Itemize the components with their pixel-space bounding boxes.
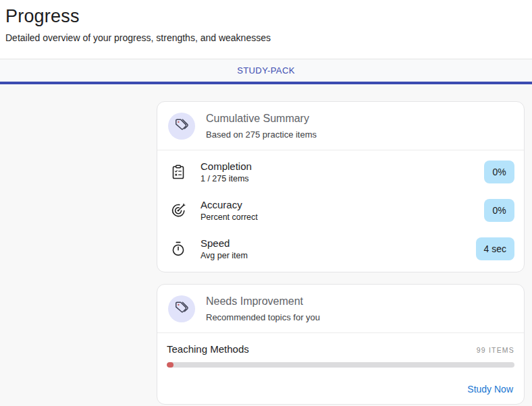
summary-card-subtitle: Based on 275 practice items xyxy=(206,129,317,140)
row-text: Accuracy Percent correct xyxy=(201,199,484,222)
avatar xyxy=(168,113,195,140)
summary-card-title: Cumulative Summary xyxy=(206,113,317,125)
tags-icon xyxy=(174,300,189,318)
topic-progress-bar xyxy=(167,362,514,368)
row-text: Completion 1 / 275 items xyxy=(201,161,484,183)
summary-card-header: Cumulative Summary Based on 275 practice… xyxy=(157,102,524,150)
tags-icon xyxy=(174,117,189,135)
stopwatch-icon xyxy=(169,240,187,258)
summary-row-speed: Speed Avg per item 4 sec xyxy=(157,229,524,268)
page-subtitle: Detailed overview of your progress, stre… xyxy=(5,32,527,43)
row-sublabel: Avg per item xyxy=(201,251,476,260)
tab-bar: STUDY-PACK xyxy=(0,59,532,82)
accuracy-value-badge: 0% xyxy=(484,199,514,222)
topic-progress-fill xyxy=(167,362,174,368)
avatar xyxy=(168,295,195,322)
card-column: Cumulative Summary Based on 275 practice… xyxy=(157,101,525,405)
completion-value-badge: 0% xyxy=(484,161,514,183)
improvement-card-subtitle: Recommended topics for you xyxy=(206,312,320,322)
topic-head: Teaching Methods 99 ITEMS xyxy=(167,343,514,355)
improvement-card-heading: Needs Improvement Recommended topics for… xyxy=(206,295,320,322)
row-sublabel: Percent correct xyxy=(201,212,484,222)
target-arrow-icon xyxy=(169,202,187,219)
card-actions: Study Now xyxy=(157,368,524,404)
speed-value-badge: 4 sec xyxy=(476,237,514,260)
topic-row: Teaching Methods 99 ITEMS xyxy=(157,333,524,368)
row-sublabel: 1 / 275 items xyxy=(201,174,484,183)
summary-row-accuracy: Accuracy Percent correct 0% xyxy=(157,191,524,229)
improvement-card-header: Needs Improvement Recommended topics for… xyxy=(157,285,524,332)
study-now-button[interactable]: Study Now xyxy=(467,384,513,395)
clipboard-checklist-icon xyxy=(169,163,187,181)
summary-rows: Completion 1 / 275 items 0% xyxy=(157,150,524,272)
topic-item-count: 99 ITEMS xyxy=(477,346,514,354)
page-title: Progress xyxy=(5,6,527,27)
summary-row-completion: Completion 1 / 275 items 0% xyxy=(157,152,524,191)
row-label: Completion xyxy=(201,161,484,172)
row-label: Accuracy xyxy=(201,199,484,210)
page-header: Progress Detailed overview of your progr… xyxy=(0,0,532,59)
main-content: Cumulative Summary Based on 275 practice… xyxy=(0,84,532,406)
needs-improvement-card: Needs Improvement Recommended topics for… xyxy=(157,284,525,405)
summary-card-heading: Cumulative Summary Based on 275 practice… xyxy=(206,113,317,140)
improvement-card-title: Needs Improvement xyxy=(206,295,320,308)
row-label: Speed xyxy=(201,237,476,249)
cumulative-summary-card: Cumulative Summary Based on 275 practice… xyxy=(157,101,525,272)
tab-study-pack[interactable]: STUDY-PACK xyxy=(226,59,306,82)
topic-name: Teaching Methods xyxy=(167,343,249,355)
row-text: Speed Avg per item xyxy=(201,237,476,260)
